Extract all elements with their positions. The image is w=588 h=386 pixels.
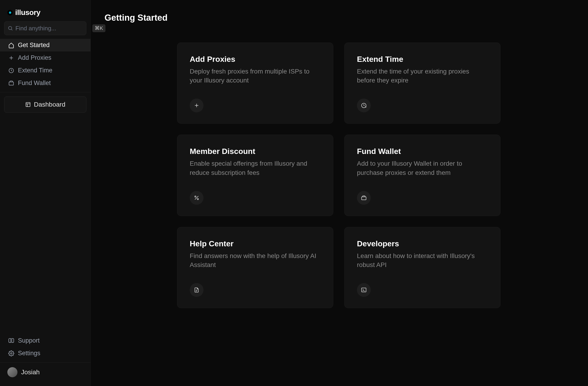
sidebar-item-extend-time[interactable]: Extend Time (0, 64, 90, 77)
brand-logo[interactable]: illusory (0, 4, 90, 21)
sidebar-item-label: Settings (18, 350, 41, 357)
svg-line-1 (11, 29, 12, 30)
sidebar-item-add-proxies[interactable]: Add Proxies (0, 51, 90, 64)
gear-icon (8, 350, 14, 356)
terminal-icon (357, 283, 371, 297)
clock-plus-icon (357, 99, 371, 112)
main-content: Getting Started Add Proxies Deploy fresh… (91, 0, 588, 386)
search-input[interactable] (15, 25, 90, 32)
card-desc: Add to your Illusory Wallet in order to … (357, 159, 488, 177)
card-title: Extend Time (357, 55, 488, 64)
clock-icon (8, 67, 14, 74)
sidebar-item-label: Support (18, 337, 40, 344)
svg-rect-6 (26, 103, 30, 107)
percent-icon (190, 191, 204, 205)
card-title: Developers (357, 239, 488, 248)
plus-icon (8, 55, 14, 61)
brand-name: illusory (15, 8, 41, 17)
card-add-proxies[interactable]: Add Proxies Deploy fresh proxies from mu… (177, 43, 333, 124)
layout-icon (25, 102, 31, 107)
sidebar-item-support[interactable]: Support (0, 334, 90, 347)
card-help-center[interactable]: Help Center Find answers now with the he… (177, 227, 333, 308)
page-title: Getting Started (105, 13, 574, 23)
book-icon (8, 338, 14, 344)
card-title: Help Center (190, 239, 321, 248)
sidebar-item-fund-wallet[interactable]: Fund Wallet (0, 77, 90, 89)
card-desc: Enable special offerings from Illusory a… (190, 159, 321, 177)
svg-point-16 (195, 196, 196, 197)
svg-point-9 (11, 352, 12, 354)
card-title: Fund Wallet (357, 147, 488, 156)
wallet-icon (357, 191, 371, 205)
sidebar-item-label: Extend Time (18, 67, 52, 74)
card-developers[interactable]: Developers Learn about how to interact w… (344, 227, 501, 308)
card-extend-time[interactable]: Extend Time Extend the time of your exis… (344, 43, 501, 124)
dashboard-button-label: Dashboard (34, 101, 65, 108)
card-desc: Learn about how to interact with Illusor… (357, 251, 488, 269)
card-title: Add Proxies (190, 55, 321, 64)
card-grid: Add Proxies Deploy fresh proxies from mu… (177, 43, 574, 308)
user-name: Josiah (21, 368, 40, 376)
sidebar-item-label: Fund Wallet (18, 80, 51, 87)
card-desc: Extend the time of your existing proxies… (357, 67, 488, 85)
sidebar-nav: Get Started Add Proxies Extend Time Fund… (0, 39, 90, 89)
card-fund-wallet[interactable]: Fund Wallet Add to your Illusory Wallet … (344, 135, 501, 216)
dashboard-button[interactable]: Dashboard (4, 96, 86, 113)
sidebar-item-settings[interactable]: Settings (0, 347, 90, 360)
svg-line-15 (195, 196, 198, 199)
avatar (7, 367, 18, 377)
card-desc: Find answers now with the help of Illuso… (190, 251, 321, 269)
search-bar[interactable]: ⌘K (4, 21, 86, 35)
sidebar: illusory ⌘K Get Started (0, 0, 91, 386)
sidebar-item-label: Get Started (18, 42, 50, 49)
divider (0, 92, 90, 92)
user-menu[interactable]: Josiah (0, 362, 90, 382)
wallet-icon (8, 80, 14, 86)
svg-point-17 (197, 198, 198, 199)
plus-icon (190, 99, 204, 112)
document-icon (190, 283, 204, 297)
svg-rect-18 (361, 197, 366, 200)
home-icon (8, 42, 14, 48)
card-title: Member Discount (190, 147, 321, 156)
card-member-discount[interactable]: Member Discount Enable special offerings… (177, 135, 333, 216)
search-icon (8, 25, 13, 31)
svg-rect-5 (9, 82, 14, 85)
card-desc: Deploy fresh proxies from multiple ISPs … (190, 67, 321, 85)
sidebar-footer: Support Settings Josiah (0, 334, 90, 382)
brand-logo-icon (7, 10, 13, 15)
sidebar-item-get-started[interactable]: Get Started (0, 39, 90, 51)
svg-point-0 (8, 26, 12, 30)
svg-rect-21 (361, 288, 366, 292)
sidebar-item-label: Add Proxies (18, 54, 51, 61)
